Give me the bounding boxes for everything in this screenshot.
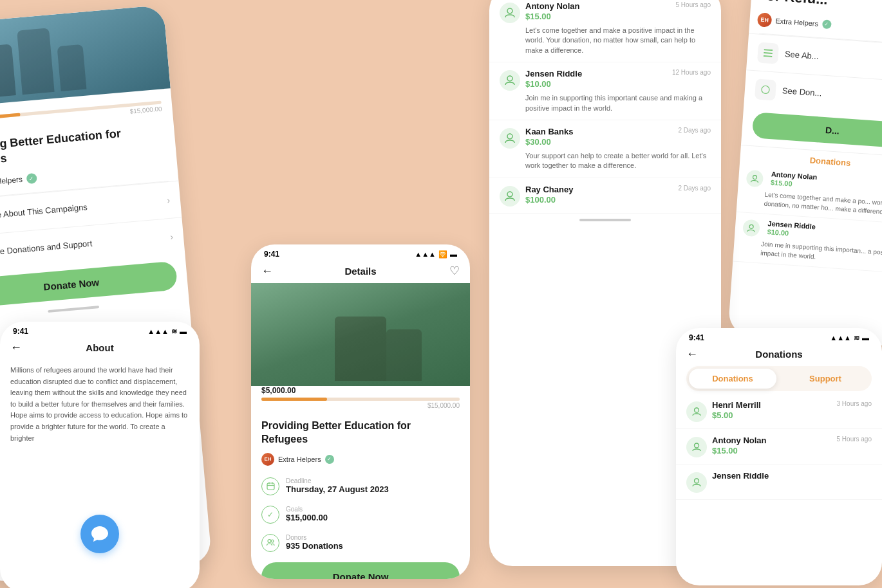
goals-icon: ✓ (261, 506, 279, 524)
donor-info-antony2: Antony Nolan $15.00 (712, 436, 832, 455)
svg-point-14 (695, 408, 699, 412)
svg-point-7 (507, 192, 512, 197)
svg-point-16 (695, 479, 699, 483)
helpers-text: Extra Helpers (0, 175, 23, 188)
helpers-text-center: Extra Helpers (278, 455, 321, 463)
donation-time-henri: 3 Hours ago (837, 400, 872, 407)
nav-bar-center: ← Details ♡ (251, 261, 470, 283)
status-icons-about: ▲▲▲ ≋ ▬ (147, 327, 187, 336)
info-goals: ✓ Goals $15,000.00 (251, 501, 470, 529)
favorite-button-center[interactable]: ♡ (449, 264, 460, 278)
donor-name-kaan: Kaan Banks (525, 127, 673, 136)
time-donations: 9:41 (689, 333, 704, 342)
donation-time-ray: 2 Days ago (678, 185, 711, 192)
helpers-check-icon: ✓ (26, 173, 37, 184)
svg-point-5 (507, 76, 512, 81)
donation-message-jensen: Join me in supporting this important cau… (525, 93, 711, 113)
battery-icon-about: ▬ (180, 327, 187, 335)
back-button-center[interactable]: ← (261, 264, 273, 278)
battery-icon-donations: ▬ (862, 334, 869, 342)
back-button-about[interactable]: ← (10, 341, 22, 354)
status-bar-about: 9:41 ▲▲▲ ≋ ▬ (0, 322, 200, 338)
donation-item-antony: Antony Nolan $15.00 5 Hours ago Let's co… (489, 0, 721, 62)
donation-time-jensen: 12 Hours ago (672, 69, 711, 76)
calendar-icon (261, 477, 279, 495)
donor-icon-antony (500, 3, 520, 23)
hero-image-center (251, 283, 470, 386)
donor-amount-ray: $100.00 (525, 195, 673, 205)
nav-bar-about: ← About (0, 338, 200, 360)
donor-name-antony: Antony Nolan (525, 1, 671, 11)
nav-title-donations: Donations (755, 349, 802, 360)
deadline-value: Thursday, 27 August 2023 (286, 484, 460, 494)
back-button-donations[interactable]: ← (686, 347, 698, 361)
helpers-text-far-right: Extra Helpers (775, 17, 818, 28)
tab-support[interactable]: Support (782, 369, 869, 389)
svg-rect-8 (267, 483, 274, 490)
battery-icon: ▬ (450, 250, 457, 258)
tab-row: Donations Support (686, 366, 872, 391)
donor-name-henri: Henri Merrill (712, 400, 832, 410)
donation-time-kaan: 2 Days ago (678, 127, 711, 134)
donation-item-jensen: Jensen Riddle $10.00 12 Hours ago Join m… (489, 62, 721, 120)
home-indicator-left (48, 306, 99, 313)
phone-donations: 9:41 ▲▲▲ ≋ ▬ ← Donations Donations Suppo… (676, 328, 882, 585)
deadline-label: Deadline (286, 477, 460, 484)
donor-icon-jensen-far (742, 219, 760, 237)
donors-label: Donors (286, 534, 460, 541)
helpers-avatar-far-right: EH (757, 12, 772, 27)
nav-title-about: About (86, 342, 113, 353)
home-indicator-large-right (579, 219, 631, 221)
donation-header-antony: Antony Nolan $15.00 5 Hours ago (500, 1, 711, 23)
time-about: 9:41 (13, 327, 28, 336)
goals-content: Goals $15,000.00 (286, 506, 460, 522)
donor-info-jensen2: Jensen Riddle (712, 471, 872, 481)
svg-point-15 (695, 443, 699, 448)
goals-label: Goals (286, 506, 460, 513)
list-icon-far-right (757, 42, 779, 64)
donor-name-jensen2: Jensen Riddle (712, 471, 872, 481)
svg-point-22 (749, 225, 753, 228)
donation-message-antony: Let's come together and make a positive … (525, 26, 711, 55)
status-icons-donations: ▲▲▲ ≋ ▬ (830, 334, 869, 342)
tab-donations[interactable]: Donations (689, 369, 776, 389)
donors-value: 935 Donations (286, 541, 460, 551)
menu-donations-arrow: › (170, 231, 174, 241)
info-deadline: Deadline Thursday, 27 August 2023 (251, 472, 470, 501)
progress-track-center (261, 398, 460, 401)
phone-about: 9:41 ▲▲▲ ≋ ▬ ← About Millions of refugee… (0, 322, 200, 588)
donate-button-left[interactable]: Donate Now (0, 261, 178, 308)
wifi-icon-donations: ≋ (854, 334, 859, 342)
donation-item-ray: Ray Chaney $100.00 2 Days ago (489, 178, 721, 214)
donor-amount-antony: $15.00 (525, 12, 671, 21)
chat-fab[interactable] (80, 515, 119, 553)
donor-info-jensen: Jensen Riddle $10.00 (525, 69, 667, 89)
progress-amount-center: $5,000.00 (261, 386, 460, 395)
nav-title-center: Details (344, 266, 376, 277)
menu-donations-label-far-right: See Don... (782, 86, 882, 104)
donate-btn-far-right[interactable]: D... (752, 112, 882, 149)
svg-point-4 (507, 8, 512, 14)
donor-name-ray: Ray Chaney (525, 185, 673, 194)
donor-icon-kaan (500, 128, 520, 149)
donor-info-henri: Henri Merrill $5.00 (712, 400, 832, 420)
donor-name-jensen: Jensen Riddle (525, 69, 667, 78)
donate-button-center[interactable]: Donate Now (261, 562, 460, 579)
svg-point-6 (507, 134, 512, 139)
nav-bar-donations: ← Donations (676, 345, 882, 366)
progress-center: $5,000.00 $15,000.00 (251, 386, 470, 414)
donation-header-ray: Ray Chaney $100.00 2 Days ago (500, 185, 711, 207)
donation-header-henri: Henri Merrill $5.00 3 Hours ago (686, 400, 872, 422)
campaign-title-center: Providing Better Education for Refugees (251, 414, 470, 450)
wifi-icon: 🛜 (438, 250, 447, 259)
donor-amount-antony2: $15.00 (712, 446, 832, 455)
donor-amount-jensen: $10.00 (525, 79, 667, 89)
menu-donations-label: See Donations and Support (0, 232, 171, 257)
donor-icon-jensen2 (686, 472, 707, 493)
donor-icon-antony2 (686, 437, 707, 457)
helpers-avatar-center: EH (261, 453, 274, 466)
goals-value: $15,000.00 (286, 513, 460, 522)
phone-center: 9:41 ▲▲▲ 🛜 ▬ ← Details ♡ $5,000.00 $15,0… (251, 244, 470, 579)
donor-amount-henri: $5.00 (712, 410, 832, 420)
donor-info-kaan: Kaan Banks $30.00 (525, 127, 673, 147)
